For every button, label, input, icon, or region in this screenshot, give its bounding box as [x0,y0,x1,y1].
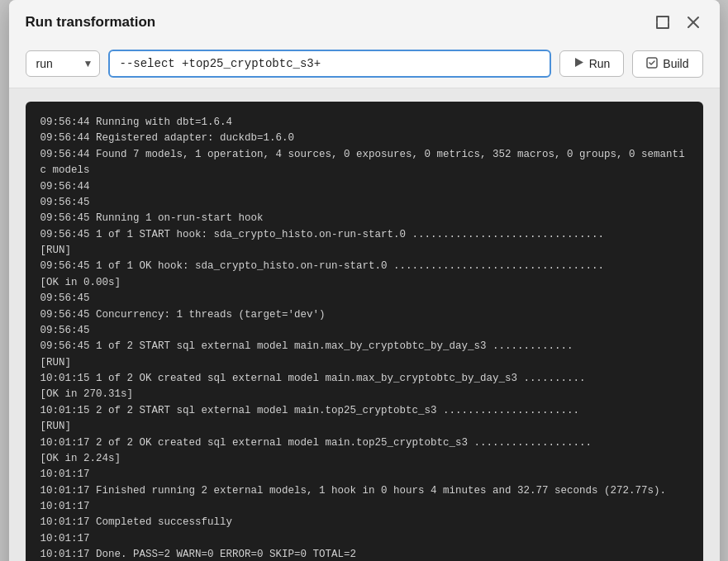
build-button[interactable]: Build [632,50,702,78]
terminal-line: 09:56:44 Running with dbt=1.6.4 [40,115,688,131]
terminal-line: 10:01:17 Completed successfully [40,515,688,530]
terminal-line: 09:56:44 Found 7 models, 1 operation, 4 … [40,147,688,179]
modal-header: Run transformation [9,0,720,41]
build-button-label: Build [663,57,688,70]
terminal-line: 10:01:17 [40,499,688,515]
terminal-line: [RUN] [40,355,688,371]
terminal-line: 09:56:45 Running 1 on-run-start hook [40,211,688,226]
modal-header-icons [652,13,703,31]
build-icon [646,57,658,71]
terminal-line: 10:01:17 [40,467,688,483]
modal-title: Run transformation [26,14,156,31]
terminal-line: 10:01:17 [40,531,688,547]
terminal-line: 09:56:45 1 of 2 START sql external model… [40,339,688,354]
toolbar: run build test ▼ Run Build [9,41,720,88]
terminal-line: 10:01:17 Finished running 2 external mod… [40,483,688,499]
terminal-line: 09:56:44 [40,179,688,195]
run-button[interactable]: Run [559,50,625,77]
terminal-line: 10:01:15 2 of 2 START sql external model… [40,403,688,419]
terminal-line: 09:56:45 Concurrency: 1 threads (target=… [40,307,688,323]
terminal-line: 09:56:45 1 of 1 START hook: sda_crypto_h… [40,227,688,243]
run-transformation-modal: Run transformation [9,0,720,561]
terminal-line: [RUN] [40,243,688,259]
svg-marker-3 [575,58,583,67]
terminal-line: 10:01:15 1 of 2 OK created sql external … [40,371,688,387]
run-play-icon [573,57,584,70]
terminal-line: 09:56:45 [40,291,688,307]
run-type-select[interactable]: run build test [26,50,100,77]
terminal-line: 10:01:17 Done. PASS=2 WARN=0 ERROR=0 SKI… [40,547,688,561]
expand-button[interactable] [652,13,673,31]
run-select-wrapper: run build test ▼ [26,50,100,77]
terminal-line: 09:56:44 Registered adapter: duckdb=1.6.… [40,131,688,146]
terminal-line: 09:56:45 1 of 1 OK hook: sda_crypto_hist… [40,259,688,274]
terminal-line: 09:56:45 [40,323,688,339]
run-button-label: Run [589,57,611,70]
svg-rect-0 [657,17,669,28]
terminal-line: [OK in 270.31s] [40,387,688,402]
terminal-line: 10:01:17 2 of 2 OK created sql external … [40,435,688,451]
close-button[interactable] [683,14,703,31]
command-input[interactable] [108,50,551,78]
terminal-line: 09:56:45 [40,195,688,211]
terminal-output: 09:56:44 Running with dbt=1.6.409:56:44 … [26,102,703,561]
terminal-line: [RUN] [40,419,688,435]
terminal-line: [OK in 0.00s] [40,275,688,291]
terminal-line: [OK in 2.24s] [40,451,688,467]
